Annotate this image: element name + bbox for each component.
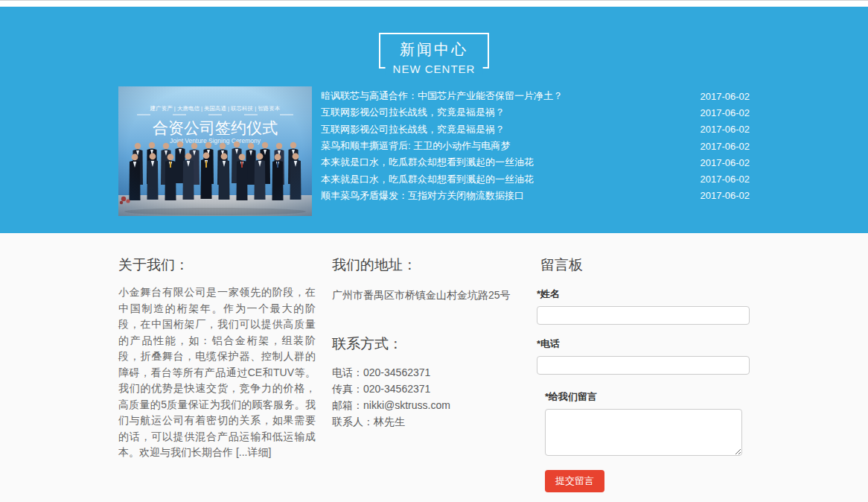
name-field-group: *姓名: [537, 287, 750, 325]
about-column: 关于我们： 小金舞台有限公司是一家领先的阶段，在中国制造的桁架年。作为一个最大的…: [118, 255, 316, 492]
news-item-date: 2017-06-02: [701, 157, 750, 168]
news-item-link[interactable]: 暗讽联芯与高通合作：中国芯片产业能否保留一片净土？: [321, 89, 563, 103]
news-item-link[interactable]: 菜鸟和顺丰撕逼背后: 王卫的小动作与电商梦: [321, 139, 510, 153]
news-item: 本来就是口水，吃瓜群众却想看到溅起的一丝油花 2017-06-02: [321, 171, 750, 187]
news-item: 菜鸟和顺丰撕逼背后: 王卫的小动作与电商梦 2017-06-02: [321, 138, 750, 154]
about-body-text: 小金舞台有限公司是一家领先的阶段，在中国制造的桁架年。作为一个最大的阶段，在中国…: [118, 286, 316, 458]
address-text: 广州市番禺区市桥镇金山村金坑路25号: [332, 287, 520, 303]
contact-lines: 电话：020-34562371 传真：020-34562371 邮箱：nikki…: [332, 364, 520, 430]
section-title-box: 新闻中心 NEW CENTER: [379, 33, 489, 69]
section-title-en: NEW CENTER: [386, 63, 483, 75]
news-item-link[interactable]: 本来就是口水，吃瓜群众却想看到溅起的一丝油花: [321, 173, 534, 186]
phone-field-group: *电话: [537, 337, 750, 375]
contact-email: 邮箱：nikki@sktruss.com: [332, 397, 520, 413]
news-item-link[interactable]: 顺丰菜鸟矛盾爆发：互指对方关闭物流数据接口: [321, 189, 524, 203]
name-label: *姓名: [537, 287, 750, 301]
section-title-cn: 新闻中心: [400, 39, 468, 60]
contact-person: 联系人：林先生: [332, 413, 520, 430]
news-item-date: 2017-06-02: [701, 174, 750, 185]
news-item: 本来就是口水，吃瓜群众却想看到溅起的一丝油花 2017-06-02: [321, 154, 750, 171]
news-content: 建广资产 | 大唐电信 | 美国高通 | 联芯科技 | 智路资本 合资公司签约仪…: [118, 86, 750, 216]
news-photo[interactable]: 建广资产 | 大唐电信 | 美国高通 | 联芯科技 | 智路资本 合资公司签约仪…: [118, 86, 312, 216]
news-item: 顺丰菜鸟矛盾爆发：互指对方关闭物流数据接口 2017-06-02: [321, 188, 750, 204]
about-more-link[interactable]: [...详细]: [236, 446, 271, 458]
message-textarea[interactable]: [545, 409, 742, 456]
news-item: 互联网影视公司拉长战线，究竟是福是祸？ 2017-06-02: [321, 121, 750, 138]
phone-input[interactable]: [537, 356, 750, 375]
phone-label: *电话: [537, 337, 750, 351]
photo-vignette: [118, 86, 312, 216]
news-item: 互联网影视公司拉长战线，究竟是福是祸？ 2017-06-02: [321, 104, 750, 121]
news-item-date: 2017-06-02: [701, 141, 750, 152]
contact-phone: 电话：020-34562371: [332, 364, 520, 381]
message-field-group: *给我们留言: [545, 390, 750, 459]
news-list: 暗讽联芯与高通合作：中国芯片产业能否保留一片净土？ 2017-06-02 互联网…: [321, 86, 750, 216]
news-item-date: 2017-06-02: [701, 91, 750, 102]
news-item: 暗讽联芯与高通合作：中国芯片产业能否保留一片净土？ 2017-06-02: [321, 88, 750, 104]
name-input[interactable]: [537, 306, 750, 325]
message-board-heading: 留言板: [540, 255, 750, 275]
about-text: 小金舞台有限公司是一家领先的阶段，在中国制造的桁架年。作为一个最大的阶段，在中国…: [118, 285, 316, 461]
news-item-date: 2017-06-02: [701, 107, 750, 118]
page-top-gap: [0, 1, 868, 7]
submit-message-button[interactable]: 提交留言: [545, 470, 604, 492]
contact-fax: 传真：020-34562371: [332, 381, 520, 397]
news-item-link[interactable]: 本来就是口水，吃瓜群众却想看到溅起的一丝油花: [321, 156, 534, 169]
news-item-date: 2017-06-02: [701, 190, 750, 201]
news-item-link[interactable]: 互联网影视公司拉长战线，究竟是福是祸？: [321, 123, 505, 136]
message-label: *给我们留言: [545, 390, 750, 404]
address-heading: 我们的地址：: [332, 255, 520, 275]
info-section: 关于我们： 小金舞台有限公司是一家领先的阶段，在中国制造的桁架年。作为一个最大的…: [0, 233, 868, 502]
about-heading: 关于我们：: [118, 255, 316, 275]
message-board-column: 留言板 *姓名 *电话 *给我们留言 提交留言: [537, 255, 750, 492]
contact-column: 我们的地址： 广州市番禺区市桥镇金山村金坑路25号 联系方式： 电话：020-3…: [332, 255, 520, 492]
news-item-date: 2017-06-02: [701, 124, 750, 135]
news-item-link[interactable]: 互联网影视公司拉长战线，究竟是福是祸？: [321, 106, 505, 119]
news-section: 新闻中心 NEW CENTER: [0, 7, 868, 233]
contact-heading: 联系方式：: [332, 334, 520, 354]
